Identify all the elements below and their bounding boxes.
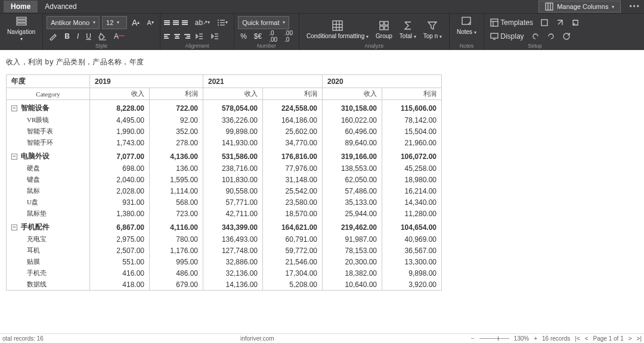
collapse-icon[interactable]: − — [11, 224, 17, 230]
decrease-font-button[interactable]: A▾ — [144, 16, 156, 29]
data-row[interactable]: 贴膜551.00995.0032,886.0021,546.0020,300.0… — [7, 256, 442, 267]
data-row[interactable]: 鼠标2,028.001,114.0090,558.0025,542.0057,4… — [7, 185, 442, 197]
data-row[interactable]: 数据线418.00679.0014,136.005,208.0010,640.0… — [7, 279, 442, 291]
increase-decimal-button[interactable]: .00.0 — [282, 30, 295, 43]
refresh-icon[interactable] — [560, 30, 573, 43]
group-button[interactable]: Group — [372, 15, 396, 43]
italic-button[interactable]: I — [75, 30, 81, 43]
svg-rect-3 — [17, 17, 26, 19]
data-row[interactable]: 键盘2,040.001,595.00101,830.0031,148.0062,… — [7, 174, 442, 185]
bullets-button[interactable]: ▾ — [215, 16, 230, 29]
align-grid-2[interactable] — [164, 34, 190, 39]
year-header[interactable]: 年度 — [7, 75, 90, 88]
col-2020[interactable]: 2020 — [323, 75, 442, 88]
topn-button[interactable]: Top n ▾ — [420, 15, 445, 43]
currency-button[interactable]: $€ — [252, 30, 264, 43]
data-row[interactable]: 鼠标垫1,380.00723.0042,711.0018,570.0025,94… — [7, 208, 442, 219]
reset-icon[interactable] — [569, 16, 582, 29]
data-row[interactable]: VR眼镜4,495.0092.00336,226.00164,186.00160… — [7, 114, 442, 126]
brush-icon[interactable] — [47, 30, 60, 43]
zoom-in-button[interactable]: + — [534, 335, 537, 342]
svg-rect-33 — [491, 33, 498, 38]
tab-home[interactable]: Home — [4, 1, 38, 13]
font-color-button[interactable]: A — [112, 30, 127, 43]
note-icon — [460, 15, 472, 27]
total-button[interactable]: Total ▾ — [396, 15, 420, 43]
font-family-select[interactable]: Antikor Mono▾ — [47, 16, 100, 29]
bold-button[interactable]: B — [62, 30, 72, 43]
ribbon: Home Advanced Manage Columns▾ ••• Naviga… — [0, 0, 644, 50]
collapse-icon[interactable]: − — [11, 154, 17, 160]
templates-button[interactable]: Templates — [488, 16, 535, 29]
total-records-label: otal records: 16 — [2, 335, 44, 342]
data-row[interactable]: 耳机2,507.001,176.00127,748.0059,772.0078,… — [7, 245, 442, 256]
svg-rect-24 — [380, 21, 383, 25]
status-bar: otal records: 16 inforiver.com − 130% + … — [0, 333, 644, 343]
orientation-button[interactable]: ab↗▾ — [193, 16, 212, 29]
decrease-indent-button[interactable] — [193, 30, 206, 43]
sigma-icon — [402, 20, 414, 32]
zoom-label: 130% — [514, 335, 530, 342]
tab-advanced[interactable]: Advanced — [38, 1, 83, 13]
more-icon[interactable]: ••• — [629, 2, 640, 11]
prev-page-button[interactable]: < — [585, 335, 589, 342]
category-row[interactable]: −智能设备8,228.00722.00578,054.00224,558.003… — [7, 100, 442, 115]
navigation-icon — [16, 15, 27, 27]
redo-icon[interactable] — [544, 30, 558, 43]
data-row[interactable]: U盘931.00568.0057,771.0023,580.0035,133.0… — [7, 197, 442, 208]
increase-font-button[interactable]: A▴ — [129, 16, 142, 29]
columns-icon — [545, 2, 553, 11]
last-page-button[interactable]: >| — [637, 335, 642, 342]
svg-point-7 — [218, 20, 219, 21]
decrease-decimal-button[interactable]: .0.00 — [267, 30, 280, 43]
svg-rect-27 — [385, 26, 388, 30]
zoom-slider[interactable] — [479, 338, 509, 339]
data-row[interactable]: 智能手表1,990.00352.0099,898.0025,602.0060,4… — [7, 126, 442, 137]
manage-columns-button[interactable]: Manage Columns▾ — [538, 1, 621, 13]
notes-button[interactable]: Notes ▾ — [453, 15, 480, 35]
zoom-out-button[interactable]: − — [471, 335, 475, 342]
navigation-button[interactable]: Navigation▾ — [4, 15, 39, 42]
page-label: Page 1 of 1 — [593, 335, 624, 342]
display-button[interactable]: Display — [488, 30, 527, 43]
svg-rect-29 — [491, 19, 498, 26]
data-row[interactable]: 手机壳416.00486.0032,136.0017,304.0018,382.… — [7, 267, 442, 279]
grid-icon — [332, 20, 343, 32]
data-row[interactable]: 智能手环1,743.00278.00141,930.0034,770.0089,… — [7, 137, 442, 148]
report-title: 收入，利润 by 产品类别，产品名称，年度 — [0, 50, 644, 74]
data-grid: 年度 2019 2021 2020 Category 收入利润 收入利润 收入利… — [0, 74, 644, 291]
toolbar: Navigation▾ Antikor Mono▾ 12▾ A▴ A▾ B I … — [0, 13, 644, 50]
svg-rect-6 — [99, 39, 106, 40]
svg-rect-0 — [546, 3, 553, 10]
col-2019[interactable]: 2019 — [90, 75, 203, 88]
setup-icon-1[interactable] — [538, 16, 551, 29]
font-size-select[interactable]: 12▾ — [102, 16, 127, 29]
template-icon — [490, 18, 499, 27]
col-2021[interactable]: 2021 — [203, 75, 323, 88]
monitor-icon — [490, 32, 499, 40]
tab-strip: Home Advanced Manage Columns▾ ••• — [0, 0, 644, 13]
fill-color-button[interactable] — [96, 30, 109, 43]
svg-rect-4 — [17, 20, 26, 22]
svg-point-11 — [218, 24, 219, 26]
svg-rect-25 — [385, 21, 388, 25]
percent-button[interactable]: % — [238, 30, 249, 43]
category-row[interactable]: −手机配件6,867.004,116.00343,399.00164,621.0… — [7, 219, 442, 233]
next-page-button[interactable]: > — [628, 335, 632, 342]
increase-indent-button[interactable] — [208, 30, 221, 43]
data-row[interactable]: 硬盘698.00136.00238,716.0077,976.00138,553… — [7, 163, 442, 174]
collapse-icon[interactable]: − — [11, 105, 17, 111]
category-header[interactable]: Category — [7, 88, 90, 100]
undo-icon[interactable] — [529, 30, 542, 43]
group-icon — [378, 20, 390, 32]
quick-format-select[interactable]: Quick format▾ — [238, 16, 289, 29]
underline-button[interactable]: U — [83, 30, 94, 43]
funnel-icon — [426, 20, 438, 32]
svg-rect-32 — [541, 20, 547, 26]
align-grid[interactable] — [164, 20, 190, 25]
export-icon[interactable] — [553, 16, 566, 29]
first-page-button[interactable]: |< — [575, 335, 580, 342]
data-row[interactable]: 充电宝2,975.00780.00136,493.0060,791.0091,9… — [7, 233, 442, 245]
conditional-formatting-button[interactable]: Conditional formatting ▾ — [303, 15, 372, 43]
category-row[interactable]: −电脑外设7,077.004,136.00531,586.00176,816.0… — [7, 148, 442, 163]
